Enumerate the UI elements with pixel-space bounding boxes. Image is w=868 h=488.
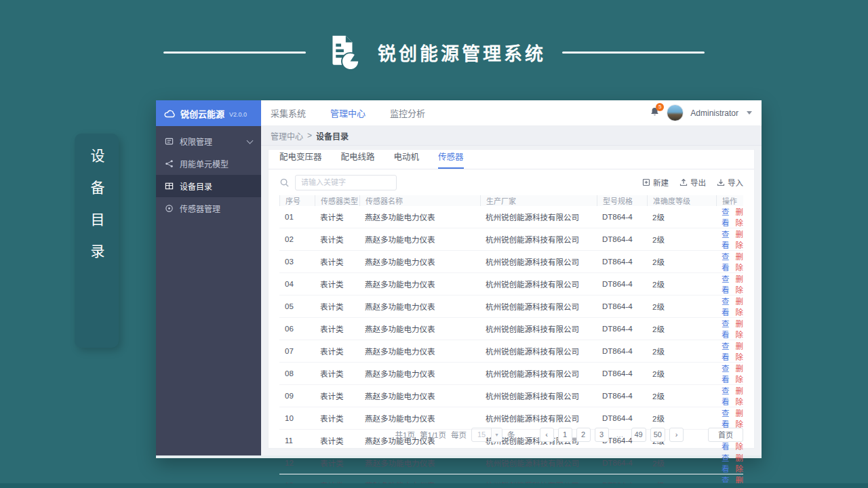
col-header-type: 传感器类型: [315, 195, 359, 206]
avatar[interactable]: [667, 104, 684, 121]
side-tab-device-catalog[interactable]: 设备目录: [75, 134, 119, 348]
sidebar-item-permissions[interactable]: 权限管理: [156, 130, 261, 152]
col-header-operations: 操作: [716, 195, 743, 206]
cell-accuracy: 2级: [647, 458, 716, 468]
view-link[interactable]: 查看: [722, 363, 730, 384]
view-link[interactable]: 查看: [722, 206, 730, 228]
sensor-table: 序号 传感器类型 传感器名称 生产厂家 型号规格 准确度等级 操作 01 表计类…: [269, 195, 754, 421]
cell-model: DT864-4: [597, 459, 647, 467]
table-row: 08 表计类 燕赵多功能电力仪表 杭州锐创能源科技有限公司 DT864-4 2级…: [279, 363, 743, 385]
target-icon: [165, 204, 174, 213]
view-link[interactable]: 查看: [722, 228, 730, 250]
nav-management-center[interactable]: 管理中心: [330, 106, 366, 119]
per-page-select[interactable]: 15 ▾: [471, 428, 502, 442]
table-row: 05 表计类 燕赵多功能电力仪表 杭州锐创能源科技有限公司 DT864-4 2级…: [279, 296, 743, 318]
table-row: 07 表计类 燕赵多功能电力仪表 杭州锐创能源科技有限公司 DT864-4 2级…: [279, 340, 743, 363]
delete-link[interactable]: 删除: [736, 385, 744, 407]
export-button[interactable]: 导出: [679, 177, 706, 188]
export-button-label: 导出: [690, 177, 706, 188]
export-icon: [679, 178, 688, 186]
prev-page-button[interactable]: ‹: [540, 428, 554, 442]
cell-type: 表计类: [315, 279, 359, 289]
delete-link[interactable]: 删除: [736, 452, 744, 474]
delete-link[interactable]: 删除: [736, 296, 744, 317]
page-button-50[interactable]: 50: [650, 428, 665, 442]
tab-distribution-line[interactable]: 配电线路: [341, 150, 375, 169]
delete-link[interactable]: 删除: [736, 206, 744, 228]
cell-model: DT864-4: [597, 280, 647, 288]
tab-distribution-transformer[interactable]: 配电变压器: [279, 150, 322, 169]
main-area: 采集系统 管理中心 监控分析 5 Administrator 管理中心 > 设备…: [261, 100, 762, 455]
view-link[interactable]: 查看: [722, 385, 730, 407]
bottom-strip: [0, 483, 868, 488]
id-card-icon: [165, 137, 174, 146]
cell-operations: 查看 删除: [716, 452, 743, 474]
cell-no: 05: [279, 302, 315, 310]
first-page-button[interactable]: 首页: [708, 428, 743, 442]
brand-version: V2.0.0: [229, 111, 247, 118]
nav-monitoring-analysis[interactable]: 监控分析: [390, 106, 425, 119]
delete-link[interactable]: 删除: [736, 340, 744, 362]
cell-manufacturer: 杭州锐创能源科技有限公司: [480, 323, 597, 334]
cell-operations: 查看 删除: [716, 251, 743, 272]
page-button-1[interactable]: 1: [558, 428, 572, 442]
view-link[interactable]: 查看: [722, 340, 730, 362]
col-header-model: 型号规格: [597, 195, 647, 206]
sidebar-item-device-catalog[interactable]: 设备目录: [156, 175, 261, 197]
import-icon: [717, 178, 725, 186]
toolbar: 新建 导出 导入: [269, 169, 754, 195]
tab-motor[interactable]: 电动机: [394, 150, 420, 169]
cell-model: DT864-4: [597, 369, 647, 378]
cell-model: DT864-4: [597, 392, 647, 400]
cell-operations: 查看 删除: [716, 340, 743, 362]
page-button-2[interactable]: 2: [576, 428, 591, 442]
cell-type: 表计类: [315, 256, 359, 267]
breadcrumb-separator: >: [307, 131, 312, 140]
page-button-3[interactable]: 3: [595, 428, 609, 442]
cell-name: 燕赵多功能电力仪表: [359, 301, 480, 312]
cell-name: 燕赵多功能电力仪表: [359, 346, 480, 357]
sidebar-item-energy-unit-model[interactable]: 用能单元模型: [156, 152, 261, 175]
view-link[interactable]: 查看: [722, 318, 730, 340]
view-link[interactable]: 查看: [722, 296, 730, 317]
tab-sensor[interactable]: 传感器: [438, 150, 464, 169]
cell-model: DT864-4: [597, 302, 647, 310]
notification-badge: 5: [656, 103, 664, 111]
per-page-value: 15: [472, 430, 491, 439]
next-page-button[interactable]: ›: [669, 428, 684, 442]
new-button[interactable]: 新建: [642, 177, 669, 188]
search-input[interactable]: [295, 175, 397, 190]
table-row: 09 表计类 燕赵多功能电力仪表 杭州锐创能源科技有限公司 DT864-4 2级…: [279, 385, 743, 407]
cell-model: DT864-4: [597, 258, 647, 266]
current-page-text: 第1/1页: [420, 429, 446, 440]
view-link[interactable]: 查看: [722, 452, 730, 474]
view-link[interactable]: 查看: [722, 273, 730, 295]
delete-link[interactable]: 删除: [736, 228, 744, 250]
cell-type: 表计类: [315, 390, 359, 401]
new-file-icon: [642, 178, 650, 186]
table-row: 04 表计类 燕赵多功能电力仪表 杭州锐创能源科技有限公司 DT864-4 2级…: [279, 273, 743, 296]
cell-no: 02: [279, 235, 315, 243]
cell-type: 表计类: [315, 346, 359, 357]
document-chart-icon: [322, 31, 361, 73]
cell-type: 表计类: [315, 234, 359, 245]
cell-model: DT864-4: [597, 213, 647, 221]
delete-link[interactable]: 删除: [736, 363, 744, 384]
page-button-49[interactable]: 49: [631, 428, 646, 442]
page-ellipsis: …: [613, 428, 627, 442]
delete-link[interactable]: 删除: [736, 318, 744, 340]
cloud-icon: [164, 109, 176, 118]
notification-bell-icon[interactable]: 5: [650, 106, 660, 120]
user-name[interactable]: Administrator: [690, 108, 738, 118]
pagination-summary: 共1页 第1/1页 每页 15 ▾ 条: [395, 428, 515, 442]
import-button[interactable]: 导入: [717, 177, 743, 188]
cell-accuracy: 2级: [647, 390, 716, 401]
delete-link[interactable]: 删除: [736, 273, 744, 295]
table-row: 03 表计类 燕赵多功能电力仪表 杭州锐创能源科技有限公司 DT864-4 2级…: [279, 251, 743, 273]
delete-link[interactable]: 删除: [736, 251, 744, 272]
nav-collection-system[interactable]: 采集系统: [271, 106, 306, 119]
sidebar-item-sensor-management[interactable]: 传感器管理: [156, 197, 261, 220]
caret-down-icon[interactable]: [747, 111, 752, 115]
view-link[interactable]: 查看: [722, 251, 730, 272]
breadcrumb-parent[interactable]: 管理中心: [271, 130, 303, 142]
